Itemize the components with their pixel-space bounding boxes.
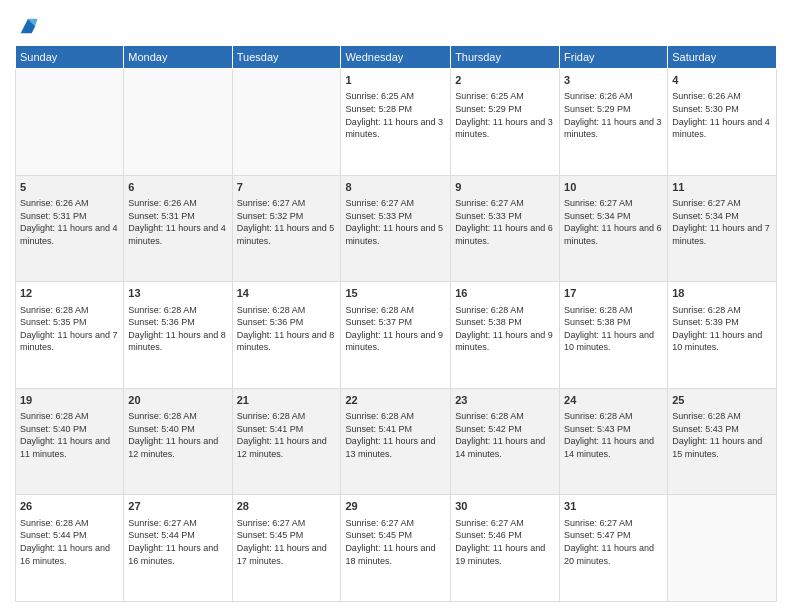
day-info: Daylight: 11 hours and 11 minutes.	[20, 435, 119, 460]
day-info: Sunrise: 6:28 AM	[128, 410, 227, 423]
calendar-cell: 21Sunrise: 6:28 AMSunset: 5:41 PMDayligh…	[232, 388, 341, 495]
day-info: Daylight: 11 hours and 14 minutes.	[455, 435, 555, 460]
day-info: Sunset: 5:32 PM	[237, 210, 337, 223]
day-info: Sunset: 5:45 PM	[237, 529, 337, 542]
day-info: Sunset: 5:44 PM	[128, 529, 227, 542]
day-info: Sunset: 5:31 PM	[20, 210, 119, 223]
day-number: 24	[564, 393, 663, 408]
day-info: Daylight: 11 hours and 18 minutes.	[345, 542, 446, 567]
day-number: 23	[455, 393, 555, 408]
day-info: Sunrise: 6:28 AM	[345, 410, 446, 423]
day-number: 14	[237, 286, 337, 301]
calendar-cell: 28Sunrise: 6:27 AMSunset: 5:45 PMDayligh…	[232, 495, 341, 602]
calendar-week-row: 26Sunrise: 6:28 AMSunset: 5:44 PMDayligh…	[16, 495, 777, 602]
weekday-header: Monday	[124, 46, 232, 69]
calendar-cell: 29Sunrise: 6:27 AMSunset: 5:45 PMDayligh…	[341, 495, 451, 602]
calendar-cell: 18Sunrise: 6:28 AMSunset: 5:39 PMDayligh…	[668, 282, 777, 389]
day-info: Sunset: 5:39 PM	[672, 316, 772, 329]
calendar-cell: 25Sunrise: 6:28 AMSunset: 5:43 PMDayligh…	[668, 388, 777, 495]
day-info: Sunrise: 6:28 AM	[20, 517, 119, 530]
day-number: 12	[20, 286, 119, 301]
day-info: Sunrise: 6:28 AM	[20, 410, 119, 423]
day-info: Daylight: 11 hours and 17 minutes.	[237, 542, 337, 567]
day-number: 18	[672, 286, 772, 301]
day-info: Daylight: 11 hours and 4 minutes.	[672, 116, 772, 141]
day-info: Sunset: 5:29 PM	[455, 103, 555, 116]
weekday-header: Tuesday	[232, 46, 341, 69]
day-number: 22	[345, 393, 446, 408]
day-info: Sunrise: 6:28 AM	[128, 304, 227, 317]
day-info: Sunset: 5:36 PM	[128, 316, 227, 329]
day-info: Sunrise: 6:27 AM	[564, 197, 663, 210]
day-info: Sunset: 5:29 PM	[564, 103, 663, 116]
day-info: Sunset: 5:36 PM	[237, 316, 337, 329]
day-number: 26	[20, 499, 119, 514]
day-info: Sunrise: 6:25 AM	[345, 90, 446, 103]
day-info: Daylight: 11 hours and 3 minutes.	[455, 116, 555, 141]
day-info: Sunrise: 6:26 AM	[672, 90, 772, 103]
day-info: Daylight: 11 hours and 3 minutes.	[564, 116, 663, 141]
day-info: Sunrise: 6:28 AM	[20, 304, 119, 317]
day-number: 7	[237, 180, 337, 195]
calendar-cell: 26Sunrise: 6:28 AMSunset: 5:44 PMDayligh…	[16, 495, 124, 602]
day-info: Sunrise: 6:26 AM	[128, 197, 227, 210]
day-info: Sunrise: 6:28 AM	[455, 304, 555, 317]
day-info: Daylight: 11 hours and 9 minutes.	[455, 329, 555, 354]
calendar-header-row: SundayMondayTuesdayWednesdayThursdayFrid…	[16, 46, 777, 69]
day-number: 20	[128, 393, 227, 408]
calendar-cell: 1Sunrise: 6:25 AMSunset: 5:28 PMDaylight…	[341, 69, 451, 176]
calendar-cell: 8Sunrise: 6:27 AMSunset: 5:33 PMDaylight…	[341, 175, 451, 282]
calendar-cell: 19Sunrise: 6:28 AMSunset: 5:40 PMDayligh…	[16, 388, 124, 495]
day-info: Sunrise: 6:27 AM	[345, 197, 446, 210]
day-info: Sunset: 5:38 PM	[455, 316, 555, 329]
calendar-cell: 6Sunrise: 6:26 AMSunset: 5:31 PMDaylight…	[124, 175, 232, 282]
day-info: Daylight: 11 hours and 20 minutes.	[564, 542, 663, 567]
calendar-cell: 7Sunrise: 6:27 AMSunset: 5:32 PMDaylight…	[232, 175, 341, 282]
day-info: Daylight: 11 hours and 12 minutes.	[128, 435, 227, 460]
day-number: 9	[455, 180, 555, 195]
day-info: Daylight: 11 hours and 5 minutes.	[345, 222, 446, 247]
day-info: Sunset: 5:46 PM	[455, 529, 555, 542]
calendar-cell: 16Sunrise: 6:28 AMSunset: 5:38 PMDayligh…	[451, 282, 560, 389]
calendar-week-row: 5Sunrise: 6:26 AMSunset: 5:31 PMDaylight…	[16, 175, 777, 282]
calendar-cell: 27Sunrise: 6:27 AMSunset: 5:44 PMDayligh…	[124, 495, 232, 602]
day-number: 13	[128, 286, 227, 301]
calendar-cell: 10Sunrise: 6:27 AMSunset: 5:34 PMDayligh…	[560, 175, 668, 282]
day-number: 17	[564, 286, 663, 301]
calendar-cell	[668, 495, 777, 602]
day-info: Sunrise: 6:28 AM	[345, 304, 446, 317]
weekday-header: Friday	[560, 46, 668, 69]
day-info: Sunrise: 6:26 AM	[564, 90, 663, 103]
day-info: Daylight: 11 hours and 8 minutes.	[237, 329, 337, 354]
calendar-week-row: 12Sunrise: 6:28 AMSunset: 5:35 PMDayligh…	[16, 282, 777, 389]
calendar-cell: 2Sunrise: 6:25 AMSunset: 5:29 PMDaylight…	[451, 69, 560, 176]
day-info: Daylight: 11 hours and 16 minutes.	[20, 542, 119, 567]
day-info: Daylight: 11 hours and 7 minutes.	[20, 329, 119, 354]
day-info: Sunset: 5:38 PM	[564, 316, 663, 329]
day-info: Sunrise: 6:27 AM	[128, 517, 227, 530]
day-info: Daylight: 11 hours and 13 minutes.	[345, 435, 446, 460]
calendar-cell: 17Sunrise: 6:28 AMSunset: 5:38 PMDayligh…	[560, 282, 668, 389]
day-number: 2	[455, 73, 555, 88]
day-info: Sunset: 5:45 PM	[345, 529, 446, 542]
logo	[15, 15, 39, 37]
day-info: Daylight: 11 hours and 10 minutes.	[672, 329, 772, 354]
day-info: Sunset: 5:31 PM	[128, 210, 227, 223]
day-info: Daylight: 11 hours and 3 minutes.	[345, 116, 446, 141]
day-info: Sunset: 5:33 PM	[345, 210, 446, 223]
weekday-header: Saturday	[668, 46, 777, 69]
day-info: Sunrise: 6:28 AM	[237, 410, 337, 423]
day-number: 11	[672, 180, 772, 195]
day-info: Daylight: 11 hours and 16 minutes.	[128, 542, 227, 567]
day-info: Sunrise: 6:28 AM	[237, 304, 337, 317]
calendar-cell: 24Sunrise: 6:28 AMSunset: 5:43 PMDayligh…	[560, 388, 668, 495]
day-info: Sunrise: 6:28 AM	[672, 410, 772, 423]
calendar-cell	[124, 69, 232, 176]
day-info: Sunset: 5:35 PM	[20, 316, 119, 329]
day-number: 27	[128, 499, 227, 514]
calendar-cell: 22Sunrise: 6:28 AMSunset: 5:41 PMDayligh…	[341, 388, 451, 495]
day-info: Daylight: 11 hours and 15 minutes.	[672, 435, 772, 460]
calendar-week-row: 19Sunrise: 6:28 AMSunset: 5:40 PMDayligh…	[16, 388, 777, 495]
day-info: Sunset: 5:34 PM	[564, 210, 663, 223]
page: SundayMondayTuesdayWednesdayThursdayFrid…	[0, 0, 792, 612]
